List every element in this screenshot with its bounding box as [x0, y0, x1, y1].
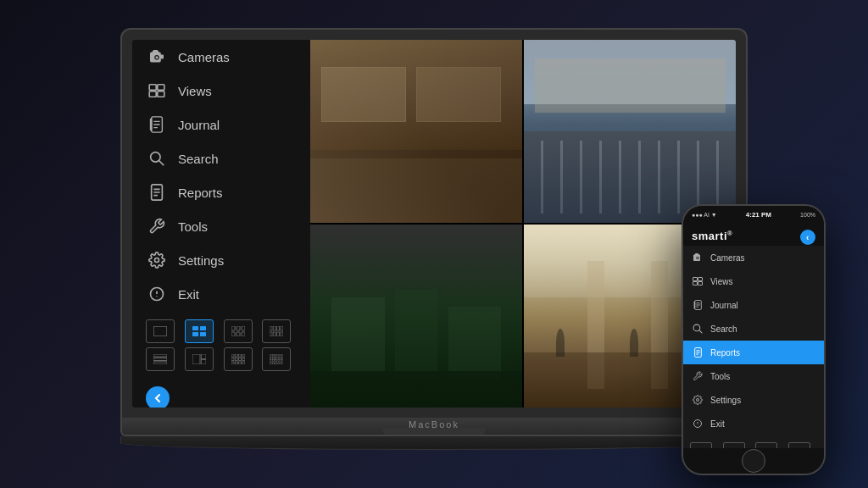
phone-camera-icon [692, 252, 704, 263]
sidebar-item-journal[interactable]: Journal [132, 108, 310, 141]
svg-line-13 [159, 160, 164, 165]
phone-views-icon [692, 275, 704, 287]
svg-rect-57 [238, 362, 241, 364]
phone: ●●● AI ▼ 4:21 PM 100% smarti® ‹ C [682, 204, 826, 475]
layout-btn-r3[interactable] [224, 347, 253, 371]
laptop-sidebar: Cameras Views [132, 40, 310, 408]
views-label: Views [178, 84, 212, 98]
phone-sidebar-settings[interactable]: Settings [683, 388, 824, 412]
svg-point-12 [151, 152, 160, 162]
svg-rect-50 [242, 354, 244, 357]
layout-btn-r2[interactable] [185, 347, 214, 371]
svg-rect-54 [242, 358, 244, 361]
phone-tools-icon [692, 370, 704, 382]
svg-rect-22 [153, 326, 167, 336]
layout-grid [132, 311, 310, 380]
svg-rect-56 [235, 362, 237, 364]
phone-signal: ●●● AI ▼ [692, 212, 717, 218]
svg-rect-58 [242, 362, 244, 364]
svg-rect-76 [275, 363, 277, 364]
svg-rect-42 [153, 358, 167, 361]
sidebar-item-exit[interactable]: Exit [132, 277, 310, 311]
svg-rect-62 [278, 354, 280, 356]
camera-grid [310, 40, 736, 408]
back-button[interactable] [146, 386, 170, 408]
svg-rect-82 [698, 278, 703, 281]
sidebar-item-tools[interactable]: Tools [132, 209, 310, 243]
svg-rect-75 [273, 363, 275, 364]
laptop-screen: Cameras Views [132, 40, 736, 408]
phone-layout-btn-3[interactable] [755, 442, 777, 448]
sidebar-item-cameras[interactable]: Cameras [132, 40, 310, 74]
exit-icon [147, 285, 166, 303]
svg-rect-60 [273, 354, 275, 356]
exit-label: Exit [178, 287, 199, 302]
svg-rect-34 [274, 326, 276, 330]
sidebar-item-reports[interactable]: Reports [132, 175, 310, 209]
svg-point-80 [697, 258, 698, 259]
svg-rect-83 [693, 282, 698, 286]
search-icon [147, 149, 166, 168]
svg-rect-78 [281, 363, 282, 364]
svg-rect-66 [275, 357, 277, 358]
svg-rect-32 [242, 332, 245, 336]
svg-rect-36 [281, 326, 283, 330]
layout-btn-4x2[interactable] [262, 319, 291, 343]
phone-home-button[interactable] [742, 449, 765, 473]
reports-label: Reports [178, 186, 223, 200]
journal-icon [147, 115, 166, 134]
svg-rect-45 [201, 354, 206, 359]
svg-rect-70 [273, 360, 275, 362]
svg-rect-3 [149, 85, 156, 90]
layout-btn-r1[interactable] [146, 347, 175, 371]
svg-rect-40 [281, 332, 283, 336]
phone-layout-btn-4[interactable] [788, 442, 810, 448]
svg-rect-41 [153, 354, 167, 357]
phone-sidebar-tools[interactable]: Tools [683, 364, 824, 388]
phone-status-bar: ●●● AI ▼ 4:21 PM 100% [683, 206, 824, 223]
phone-sidebar-journal[interactable]: Journal [683, 293, 824, 317]
phone-sidebar-search[interactable]: Search [683, 317, 824, 341]
svg-rect-27 [231, 326, 235, 330]
sidebar-item-settings[interactable]: Settings [132, 243, 310, 277]
reports-icon [147, 183, 166, 202]
sidebar-item-views[interactable]: Views [132, 74, 310, 108]
phone-sidebar-exit[interactable]: Exit [683, 412, 824, 435]
phone-sidebar-views[interactable]: Views [683, 269, 824, 293]
svg-rect-5 [149, 92, 156, 97]
phone-screen: smarti® ‹ Cameras [683, 223, 824, 448]
phone-layout-btn-1[interactable] [690, 442, 712, 448]
svg-rect-89 [693, 302, 695, 309]
layout-btn-2x2[interactable] [185, 319, 214, 343]
phone-sidebar-reports[interactable]: Reports [683, 341, 824, 364]
layout-btn-1x1[interactable] [146, 319, 175, 343]
cameras-label: Cameras [178, 50, 230, 64]
phone-search-icon [692, 323, 704, 335]
svg-rect-68 [281, 357, 282, 358]
svg-rect-71 [275, 360, 277, 362]
camera-icon [147, 47, 166, 66]
svg-rect-63 [281, 354, 282, 356]
phone-layout-btn-2[interactable] [723, 442, 745, 448]
cam-cell-top-left [310, 40, 522, 223]
phone-sidebar-cameras[interactable]: Cameras [683, 246, 824, 269]
svg-point-18 [155, 258, 159, 263]
svg-rect-49 [238, 354, 241, 357]
layout-btn-3x2[interactable] [224, 319, 253, 343]
svg-rect-47 [231, 354, 234, 357]
phone-journal-icon [692, 299, 704, 311]
svg-rect-4 [158, 85, 164, 90]
phone-battery: 100% [800, 212, 815, 218]
svg-rect-74 [270, 363, 271, 364]
svg-point-1 [155, 56, 158, 58]
tools-icon [147, 217, 166, 236]
laptop-foot [120, 436, 748, 450]
svg-rect-31 [236, 332, 240, 336]
scene: Cameras Views [0, 0, 868, 488]
phone-back-btn[interactable]: ‹ [800, 230, 815, 245]
svg-rect-37 [270, 332, 272, 336]
sidebar-item-search[interactable]: Search [132, 141, 310, 175]
layout-btn-r4[interactable] [262, 347, 291, 371]
svg-rect-6 [158, 92, 164, 97]
svg-rect-39 [277, 332, 280, 336]
